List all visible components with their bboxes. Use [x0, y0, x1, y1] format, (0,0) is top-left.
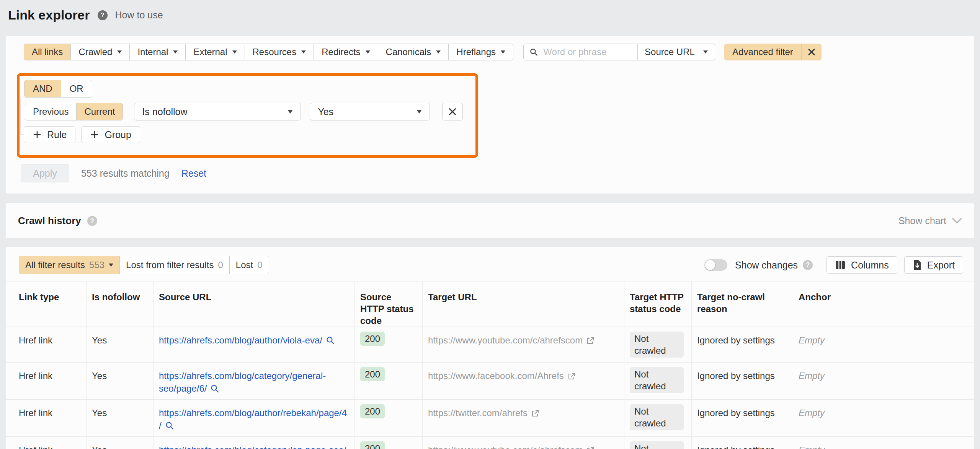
help-icon[interactable]: ? — [87, 216, 97, 226]
show-changes-toggle[interactable] — [704, 259, 727, 271]
export-button[interactable]: Export — [904, 256, 963, 274]
rule-field-select[interactable]: Is nofollow — [134, 103, 301, 120]
results-matching-text: 553 results matching — [81, 168, 170, 179]
link-type-filter-group: All links Crawled Internal External Reso… — [24, 44, 513, 60]
table-controls: Show changes ? Columns Export — [704, 256, 963, 274]
tab-all-filter-results[interactable]: All filter results 553 — [19, 256, 120, 274]
table-header-row: Link type Is nofollow Source URL Source … — [6, 281, 974, 327]
external-link-icon[interactable] — [586, 337, 595, 345]
source-url-link[interactable]: https://ahrefs.com/blog/author/rebekah/p… — [159, 407, 348, 432]
source-url-link[interactable]: https://ahrefs.com/blog/category/general… — [159, 369, 347, 395]
link-explorer-screen: Link explorer ? How to use All links Cra… — [0, 0, 980, 449]
target-url: https://www.facebook.com/Ahrefs — [428, 371, 576, 381]
search-scope-button[interactable]: Source URL — [637, 44, 715, 60]
table-row: Href link Yes https://ahrefs.com/blog/ca… — [6, 363, 974, 400]
inspect-icon[interactable] — [165, 421, 174, 430]
page-title: Link explorer — [8, 8, 90, 23]
filter-tab-redirects[interactable]: Redirects — [314, 44, 378, 60]
source-url-link[interactable]: https://ahrefs.com/blog/category/on-page… — [159, 444, 347, 449]
add-rule-button[interactable]: Rule — [24, 126, 75, 143]
toggle-knob — [705, 260, 715, 270]
empty-value: Empty — [799, 371, 825, 381]
close-icon — [807, 47, 816, 57]
filter-tab-external[interactable]: External — [185, 44, 245, 60]
column-header: Is nofollow — [86, 281, 153, 327]
filter-tab-all-links[interactable]: All links — [24, 44, 71, 60]
search-input[interactable] — [542, 46, 632, 58]
tab-lost[interactable]: Lost 0 — [229, 256, 269, 274]
filter-tab-canonicals[interactable]: Canonicals — [378, 44, 449, 60]
filter-tab-crawled[interactable]: Crawled — [70, 44, 130, 60]
filter-tab-resources[interactable]: Resources — [245, 44, 314, 60]
column-header: Target URL — [422, 281, 624, 327]
logic-or-button[interactable]: OR — [61, 80, 92, 98]
table-row: Href link Yes https://ahrefs.com/blog/ca… — [6, 437, 974, 449]
crawl-history-header: Crawl history ? — [18, 215, 97, 227]
advanced-filter-close-button[interactable] — [801, 44, 822, 60]
tab-lost-from-filter-results[interactable]: Lost from filter results 0 — [119, 256, 230, 274]
close-icon — [448, 107, 457, 117]
plus-icon — [90, 130, 99, 139]
reset-link[interactable]: Reset — [181, 168, 206, 179]
external-link-icon[interactable] — [531, 409, 539, 418]
filter-tab-internal[interactable]: Internal — [129, 44, 186, 60]
crawl-history-panel: Crawl history ? Show chart — [6, 203, 974, 238]
help-icon[interactable]: ? — [803, 260, 813, 270]
status-badge: Not crawled — [630, 441, 684, 449]
current-button[interactable]: Current — [76, 103, 123, 120]
chevron-down-icon — [501, 50, 505, 54]
add-group-button[interactable]: Group — [81, 126, 140, 143]
chevron-down-icon — [436, 50, 441, 54]
chevron-down-icon — [173, 50, 178, 54]
chevron-down-icon — [416, 110, 422, 114]
chevron-down-icon — [366, 50, 370, 54]
inspect-icon[interactable] — [210, 384, 219, 393]
version-toggle: Previous Current — [25, 103, 123, 120]
apply-button[interactable]: Apply — [21, 164, 69, 182]
results-tabs: All filter results 553 Lost from filter … — [19, 256, 269, 274]
chevron-down-icon — [109, 264, 113, 267]
status-badge: 200 — [360, 404, 385, 418]
table-row: Href link Yes https://ahrefs.com/blog/au… — [6, 400, 974, 437]
logic-operator-toggle: AND OR — [24, 80, 92, 98]
crawl-history-title: Crawl history — [18, 215, 81, 227]
empty-value: Empty — [799, 335, 825, 345]
logic-and-button[interactable]: AND — [24, 80, 61, 98]
advanced-filter-chip: Advanced filter — [724, 44, 822, 60]
inspect-icon[interactable] — [326, 336, 335, 345]
links-table: Link type Is nofollow Source URL Source … — [6, 281, 974, 449]
show-chart-button[interactable]: Show chart — [898, 215, 962, 226]
filter-bar: All links Crawled Internal External Reso… — [24, 44, 822, 60]
add-buttons-row: Rule Group — [24, 126, 140, 143]
chevron-down-icon — [952, 217, 962, 224]
filter-rule-row: Previous Current Is nofollow Yes — [25, 103, 463, 120]
plus-icon — [33, 130, 42, 139]
column-header: Link type — [6, 281, 86, 327]
columns-button[interactable]: Columns — [826, 256, 897, 274]
column-header: Anchor — [793, 281, 974, 327]
show-changes-label-group: Show changes ? — [735, 260, 813, 271]
chevron-down-icon — [301, 50, 306, 54]
target-url: https://twitter.com/ahrefs — [428, 408, 539, 418]
remove-rule-button[interactable] — [442, 103, 463, 120]
search-input-wrapper[interactable] — [523, 44, 638, 60]
status-badge: 200 — [360, 441, 385, 449]
page-header: Link explorer ? How to use — [8, 8, 163, 23]
tree-connector — [20, 98, 21, 135]
filter-tab-hreflangs[interactable]: Hreflangs — [448, 44, 513, 60]
source-url-link[interactable]: https://ahrefs.com/blog/author/viola-eva… — [159, 334, 335, 347]
advanced-filter-button[interactable]: Advanced filter — [724, 44, 801, 60]
external-link-icon[interactable] — [567, 372, 576, 381]
tree-connector — [20, 112, 25, 112]
previous-button[interactable]: Previous — [25, 103, 77, 120]
rule-value-select[interactable]: Yes — [310, 103, 430, 120]
chevron-down-icon — [287, 110, 293, 114]
column-header: Target no-crawl reason — [691, 281, 793, 327]
empty-value: Empty — [799, 408, 825, 418]
help-icon[interactable]: ? — [98, 10, 108, 20]
column-header: Source HTTP status code — [354, 281, 422, 327]
table-row: Href link Yes https://ahrefs.com/blog/au… — [6, 327, 974, 363]
filters-panel: All links Crawled Internal External Reso… — [6, 36, 974, 194]
how-to-use-link[interactable]: How to use — [115, 10, 163, 21]
external-link-icon[interactable] — [586, 446, 595, 449]
